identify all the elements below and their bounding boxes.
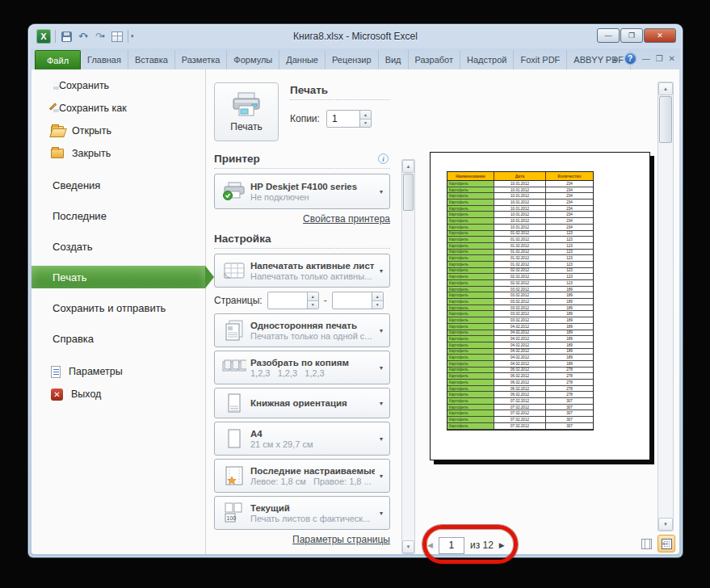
preview-cell: 123 <box>546 250 593 256</box>
folder-icon <box>51 149 64 158</box>
sidebar-item-info[interactable]: Сведения <box>32 170 205 200</box>
pages-to-stepper[interactable]: ▲ ▼ <box>332 292 384 309</box>
duplex-select[interactable]: Односторонняя печать Печатать только на … <box>214 313 390 347</box>
spin-up-icon[interactable]: ▲ <box>372 292 383 301</box>
sidebar-item-help[interactable]: Справка <box>32 323 205 354</box>
preview-cell: 307 <box>546 405 593 411</box>
tab-page-layout[interactable]: Разметка <box>175 50 228 69</box>
preview-cell: 01.02.2012 <box>494 262 546 268</box>
preview-table-header: Наименование Дата Количество <box>447 172 593 181</box>
doc-restore-icon[interactable]: ❐ <box>656 54 663 63</box>
sidebar-item-close[interactable]: Закрыть <box>32 142 205 165</box>
sidebar-item-save-as[interactable]: Сохранить как <box>32 97 205 120</box>
print-what-select[interactable]: Напечатать активные листы Напечатать тол… <box>214 254 390 288</box>
settings-scrollbar[interactable]: ▲ ▼ <box>401 159 415 554</box>
show-margins-button[interactable] <box>637 535 655 552</box>
customize-qat-icon[interactable]: ▾ <box>131 33 134 40</box>
tab-insert[interactable]: Вставка <box>128 50 175 69</box>
scrollbar-thumb[interactable] <box>659 96 672 143</box>
sidebar-item-recent[interactable]: Последние <box>32 200 205 231</box>
tab-foxit-pdf[interactable]: Foxit PDF <box>514 50 567 69</box>
print-button[interactable]: Печать <box>214 82 279 141</box>
preview-cell: Картофель <box>447 336 494 342</box>
preview-cell: 189 <box>546 305 593 312</box>
chevron-down-icon: ▼ <box>375 436 388 442</box>
divider <box>214 248 390 249</box>
printer-select[interactable]: HP Deskjet F4100 series Не подключен ▼ <box>214 174 390 209</box>
spin-up-icon[interactable]: ▲ <box>360 111 371 120</box>
preview-cell: Картофель <box>447 299 494 305</box>
doc-close-icon[interactable]: ✕ <box>669 54 675 63</box>
tab-review[interactable]: Рецензир <box>326 50 379 69</box>
preview-cell: 01.02.2012 <box>494 231 546 237</box>
preview-cell: Картофель <box>447 255 494 262</box>
preview-view-buttons <box>637 535 675 552</box>
sidebar-item-save[interactable]: Сохранить <box>32 74 205 97</box>
minimize-button[interactable]: — <box>597 28 620 43</box>
tab-addins[interactable]: Надстрой <box>460 50 514 69</box>
tab-formulas[interactable]: Формулы <box>227 50 279 69</box>
help-icon[interactable]: ? <box>624 52 636 65</box>
sidebar-item-print[interactable]: Печать <box>32 266 205 288</box>
excel-logo-icon[interactable]: X <box>36 29 51 44</box>
scroll-down-icon[interactable]: ▼ <box>658 518 673 531</box>
copies-stepper[interactable]: 1 ▲ ▼ <box>326 110 372 128</box>
preview-cell: 03.02.2012 <box>494 292 546 299</box>
preview-scrollbar[interactable]: ▲ ▼ <box>657 82 674 531</box>
save-icon[interactable] <box>60 29 73 44</box>
annotation-red-oval <box>422 525 518 564</box>
spin-up-icon[interactable]: ▲ <box>308 292 318 301</box>
window-controls: — ❐ ✕ <box>597 28 676 43</box>
close-button[interactable]: ✕ <box>644 28 676 43</box>
tab-file[interactable]: Файл <box>35 50 81 69</box>
margins-icon <box>218 466 250 485</box>
preview-cell: 123 <box>546 280 593 287</box>
scroll-up-icon[interactable]: ▲ <box>658 82 673 95</box>
sidebar-item-exit[interactable]: ✕ Выход <box>32 383 205 405</box>
preview-cell: 07.02.2012 <box>494 398 546 405</box>
collapse-ribbon-icon[interactable]: ▲ <box>611 55 619 63</box>
spin-down-icon[interactable]: ▼ <box>372 301 383 309</box>
sidebar-item-open[interactable]: Открыть <box>32 120 205 142</box>
doc-minimize-icon[interactable]: — <box>642 54 650 63</box>
preview-cell: 189 <box>546 342 593 349</box>
tab-view[interactable]: Вид <box>379 50 409 69</box>
preview-cell: 234 <box>546 187 593 194</box>
scroll-up-icon[interactable]: ▲ <box>402 160 414 173</box>
sidebar-item-new[interactable]: Создать <box>32 231 205 262</box>
tab-developer[interactable]: Разработ <box>409 50 460 69</box>
page-setup-link[interactable]: Параметры страницы <box>292 534 390 545</box>
preview-cell: Картофель <box>447 311 494 317</box>
tab-data[interactable]: Данные <box>279 50 326 69</box>
scaling-select[interactable]: 100 Текущий Печать листов с фактическ...… <box>214 496 390 530</box>
table-icon[interactable] <box>111 29 124 44</box>
margins-select[interactable]: Последние настраиваемые ... Левое: 1,8 с… <box>214 459 390 493</box>
chevron-down-icon[interactable]: ▾ <box>102 33 105 40</box>
tab-home[interactable]: Главная <box>81 50 128 69</box>
redo-icon[interactable]: ↷▾ <box>94 29 107 44</box>
paper-size-select[interactable]: A4 21 см x 29,7 см ▼ <box>214 422 390 456</box>
spin-down-icon[interactable]: ▼ <box>308 301 318 309</box>
preview-cell: Картофель <box>447 380 494 386</box>
chevron-down-icon[interactable]: ▾ <box>85 33 88 40</box>
print-heading: Печать <box>290 84 390 96</box>
pages-from-stepper[interactable]: ▲ ▼ <box>267 292 319 309</box>
orientation-select[interactable]: Книжная ориентация ▼ <box>214 388 390 418</box>
scrollbar-thumb[interactable] <box>403 174 414 211</box>
scroll-down-icon[interactable]: ▼ <box>402 540 414 553</box>
preview-cell: Картофель <box>447 280 494 287</box>
printer-properties-link[interactable]: Свойства принтера <box>303 213 390 225</box>
zoom-to-page-button[interactable] <box>657 535 675 552</box>
open-folder-icon <box>51 126 64 136</box>
one-sided-icon <box>218 320 250 341</box>
sidebar-item-save-send[interactable]: Сохранить и отправить <box>32 292 205 323</box>
preview-cell: 06.02.2012 <box>494 380 546 386</box>
preview-cell: 189 <box>546 336 593 342</box>
undo-icon[interactable]: ↶▾ <box>77 29 90 44</box>
spin-down-icon[interactable]: ▼ <box>360 120 371 128</box>
restore-button[interactable]: ❐ <box>620 28 643 43</box>
preview-cell: 01.02.2012 <box>494 243 546 250</box>
collate-select[interactable]: Разобрать по копиям 1,2,3 1,2,3 1,2,3 ▼ <box>214 351 390 384</box>
info-icon[interactable]: i <box>378 153 389 164</box>
sidebar-item-options[interactable]: Параметры <box>32 360 205 383</box>
